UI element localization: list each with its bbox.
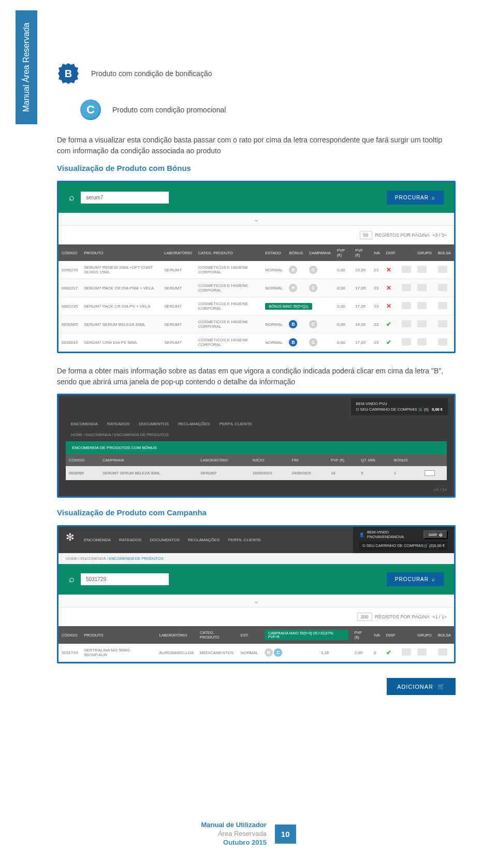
screenshot-product-campaign: ✻ ENCOMENDARATEADOSDOCUMENTOSRECLAMAÇÕES…: [57, 525, 456, 663]
power-icon: ⏻: [439, 533, 443, 537]
qty-input[interactable]: [425, 470, 435, 476]
table-row: 6838619SERUM7 CRM DIA PS 50MLSERUM7COSMÉ…: [59, 334, 454, 352]
expand-chevron-icon[interactable]: ⌄: [59, 213, 454, 226]
breadcrumb: HOME / ENCOMENDA / ENCOMENDA DE PRODUTOS: [59, 553, 454, 564]
bonus-legend-row: B Produto com condição de bonificação: [57, 62, 456, 85]
page-footer: Manual de Utilizador Área Reservada Outu…: [0, 821, 497, 847]
main-nav: ENCOMENDARATEADOSDOCUMENTOSRECLAMAÇÕESPE…: [59, 418, 454, 430]
qty-input: [402, 648, 411, 656]
nav-item[interactable]: RATEADOS: [107, 422, 129, 426]
qty-input: [402, 338, 411, 345]
campaign-badge-icon: C: [309, 320, 317, 328]
cart-icon: 🛒: [437, 683, 445, 690]
bonus-badge-icon: B: [289, 266, 297, 274]
badge-b-icon: B: [57, 62, 80, 85]
table-header: CAMPANHA: [99, 454, 197, 466]
table-header: PVF (€): [328, 454, 358, 466]
table-header: CATEG. PRODUTO: [197, 626, 238, 644]
table-row: 6830585SERUM7 SERUM BELEZA 30MLSERUM7COS…: [59, 315, 454, 334]
side-tab-label: Manual Área Reservada: [22, 23, 31, 112]
page-nav[interactable]: «1 / 1»: [432, 614, 447, 619]
search-input[interactable]: [81, 573, 169, 585]
brand-logo-icon: ✻: [59, 527, 82, 553]
footer-title: Manual de Utilizador: [201, 821, 266, 830]
table-header: BÓNUS: [286, 244, 306, 261]
paragraph-intro: De forma a visualizar esta condição bast…: [57, 135, 456, 156]
bonus-table: CÓDIGOCAMPANHALABORATÓRIOINÍCIOFIMPVF (€…: [66, 454, 447, 480]
screenshot-product-bonus: ⌕ PROCURAR⌕ ⌄ 50 REGISTOS POR PÁGINA «3 …: [57, 181, 456, 353]
table-header: IVA: [371, 244, 383, 261]
table-row: 6962217SERUM7 PACK CR DIA PNM + VELASERU…: [59, 279, 454, 297]
header-user-block: BEM-VINDO PVU O SEU CARRINHO DE COMPRAS …: [351, 398, 448, 415]
footer-date: Outubro 2015: [201, 838, 266, 847]
table-header: LABORATÓRIO: [161, 244, 195, 261]
nav-item[interactable]: RECLAMAÇÕES: [178, 422, 210, 426]
table-row: 6962225SERUM7 PACK CR DIA PS + VELASERUM…: [59, 297, 454, 315]
table-header: PVF (€): [352, 626, 371, 644]
nav-item[interactable]: PERFIL CLIENTE: [228, 538, 261, 542]
header-user-block: 👤 BEM-VINDO FNOVAVENDANOVA SAIR⏻ O SEU C…: [353, 527, 454, 553]
table-header: [421, 454, 447, 466]
products-table: CÓDIGOPRODUTOLABORATÓRIOCATEG. PRODUTOES…: [59, 244, 454, 352]
main-nav: ENCOMENDARATEADOSDOCUMENTOSRECLAMAÇÕESPE…: [82, 527, 353, 553]
nav-item[interactable]: RECLAMAÇÕES: [188, 538, 220, 542]
search-input[interactable]: [81, 192, 169, 204]
table-header: GRUPO: [414, 244, 435, 261]
table-header: BOLSA: [435, 626, 454, 644]
nav-item[interactable]: DOCUMENTOS: [139, 422, 169, 426]
search-bar: ⌕ PROCURAR⌕: [59, 182, 454, 213]
table-header: GRUPO: [414, 626, 435, 644]
search-button[interactable]: PROCURAR⌕: [387, 572, 444, 586]
table-header: CÓDIGO: [66, 454, 99, 466]
nav-item[interactable]: RATEADOS: [119, 538, 141, 542]
table-header: ESTADO: [262, 244, 286, 261]
nav-item[interactable]: PERFIL CLIENTE: [219, 422, 252, 426]
bonus-badge-icon: B: [289, 320, 297, 328]
user-icon: 👤: [359, 532, 364, 537]
table-header: FIM: [288, 454, 328, 466]
nav-item[interactable]: ENCOMENDA: [71, 422, 98, 426]
table-header: [399, 244, 414, 261]
qty-input: [402, 284, 411, 291]
search-icon: ⌕: [69, 574, 75, 585]
nav-item[interactable]: ENCOMENDA: [84, 538, 111, 542]
search-icon: ⌕: [69, 192, 75, 203]
products-table: CÓDIGOPRODUTOLABORATÓRIOCATEG. PRODUTOES…: [59, 626, 454, 662]
qty-input: [402, 266, 411, 273]
campaign-badge-icon: C: [274, 648, 282, 657]
cart-summary[interactable]: O SEU CARRINHO DE COMPRAS 🛒 (0) 0,00 €: [359, 541, 448, 550]
table-header: CÓDIGO: [59, 626, 81, 644]
search-icon: ⌕: [432, 576, 435, 582]
table-header: CATEG. PRODUTO: [195, 244, 262, 261]
expand-chevron-icon[interactable]: ⌄: [59, 595, 454, 607]
table-header: CÓDIGO: [59, 244, 81, 261]
bonus-badge-icon: B: [265, 648, 273, 657]
app-header: ✻ ENCOMENDARATEADOSDOCUMENTOSRECLAMAÇÕES…: [59, 527, 454, 553]
page-nav[interactable]: «3 / 3»: [432, 233, 447, 238]
table-header: PRODUTO: [81, 244, 161, 261]
paragraph-popup: De forma a obter mais informação sobre a…: [57, 366, 456, 387]
page-nav[interactable]: «1 / 1»: [59, 487, 454, 496]
panel-title: ENCOMENDA DE PRODUTOS COM BÓNUS: [66, 441, 447, 454]
add-button[interactable]: ADICIONAR 🛒: [387, 678, 456, 695]
heading-campaign: Visualização de Produto com Campanha: [57, 508, 456, 517]
logout-button[interactable]: SAIR⏻: [423, 530, 448, 539]
nav-item[interactable]: DOCUMENTOS: [150, 538, 180, 542]
badge-c-icon: C: [80, 99, 101, 120]
table-header: EST.: [238, 626, 261, 644]
bonus-badge-icon: B: [289, 284, 297, 292]
table-header: BÓNUS: [391, 454, 421, 466]
table-header: DISP.: [383, 244, 399, 261]
table-header: IVA: [371, 626, 383, 644]
search-bar: ⌕ PROCURAR⌕: [59, 564, 454, 595]
campaign-badge-icon: C: [309, 266, 317, 274]
pager: 50 REGISTOS POR PÁGINA «3 / 3»: [59, 226, 454, 244]
page-number: 10: [275, 824, 296, 844]
page-size-input[interactable]: 200: [357, 613, 372, 621]
search-button[interactable]: PROCURAR⌕: [387, 191, 444, 205]
table-header: CAMPANHA: [306, 244, 334, 261]
table-header: [399, 626, 414, 644]
breadcrumb: HOME / ENCOMENDA / ENCOMENDA DE PRODUTOS: [59, 430, 454, 441]
pager: 200 REGISTOS POR PÁGINA «1 / 1»: [59, 607, 454, 626]
page-size-input[interactable]: 50: [360, 231, 372, 239]
